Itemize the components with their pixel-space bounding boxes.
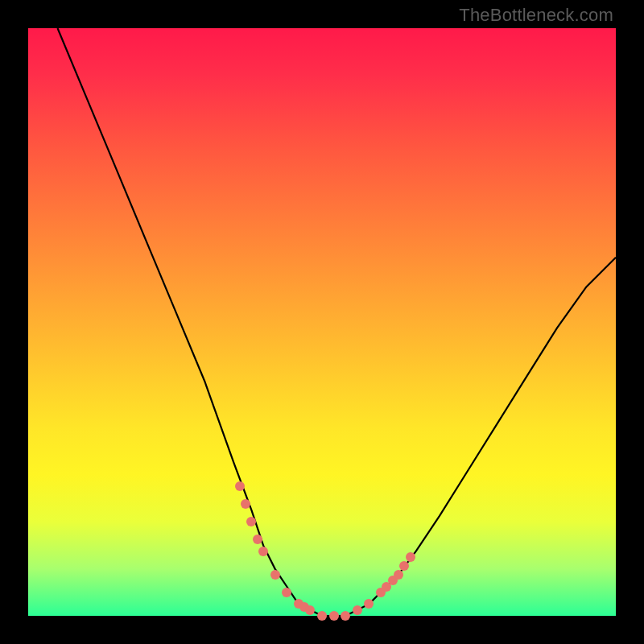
highlight-dot [253,535,262,544]
highlight-dot [246,517,256,526]
highlight-dot [394,570,403,580]
highlight-dot [406,552,415,562]
highlight-dot [341,611,350,621]
highlight-dot [329,611,339,621]
chart-plot-area [28,28,616,616]
highlight-dot [258,547,268,556]
watermark: TheBottleneck.com [459,5,613,26]
highlight-dot [241,499,250,509]
highlight-dot [353,605,362,615]
highlight-dot [305,605,315,615]
highlight-dot [399,561,409,571]
highlight-dot [235,481,245,491]
highlight-dot [282,588,291,597]
highlight-dots-layer [28,28,616,616]
highlight-dot [364,599,374,609]
highlight-dot [270,570,280,580]
highlight-dot [317,611,327,621]
